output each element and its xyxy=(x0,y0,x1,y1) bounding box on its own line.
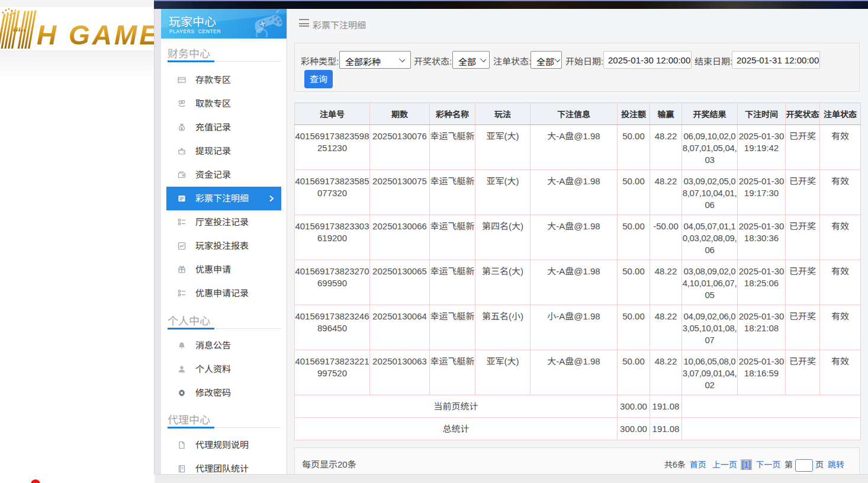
svg-text:H GAME: H GAME xyxy=(37,20,154,50)
